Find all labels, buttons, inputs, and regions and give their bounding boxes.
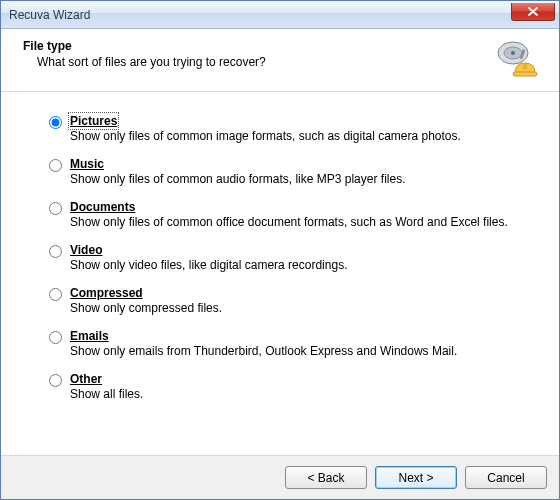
option-label: Music [70,157,104,171]
wizard-footer: < Back Next > Cancel [1,455,559,499]
option-compressed[interactable]: CompressedShow only compressed files. [49,286,529,315]
wizard-window: Recuva Wizard File type What sort of fil… [0,0,560,500]
radio-emails[interactable] [49,331,62,344]
option-pictures[interactable]: PicturesShow only files of common image … [49,114,529,143]
options-panel: PicturesShow only files of common image … [1,92,559,455]
option-desc: Show only files of common office documen… [70,215,508,229]
next-button[interactable]: Next > [375,466,457,489]
back-button[interactable]: < Back [285,466,367,489]
radio-pictures[interactable] [49,116,62,129]
page-subtitle: What sort of files are you trying to rec… [23,55,266,69]
radio-other[interactable] [49,374,62,387]
close-icon [528,7,538,16]
option-desc: Show all files. [70,387,143,401]
close-button[interactable] [511,3,555,21]
option-label: Other [70,372,102,386]
option-label: Documents [70,200,135,214]
option-desc: Show only emails from Thunderbird, Outlo… [70,344,457,358]
wizard-header: File type What sort of files are you try… [1,29,559,92]
option-desc: Show only files of common audio formats,… [70,172,405,186]
option-label: Emails [70,329,109,343]
radio-video[interactable] [49,245,62,258]
option-label: Pictures [70,114,117,128]
option-music[interactable]: MusicShow only files of common audio for… [49,157,529,186]
option-video[interactable]: VideoShow only video files, like digital… [49,243,529,272]
option-desc: Show only video files, like digital came… [70,258,347,272]
radio-documents[interactable] [49,202,62,215]
header-text: File type What sort of files are you try… [23,39,266,69]
option-documents[interactable]: DocumentsShow only files of common offic… [49,200,529,229]
option-other[interactable]: OtherShow all files. [49,372,529,401]
svg-point-2 [511,51,515,55]
radio-compressed[interactable] [49,288,62,301]
option-label: Video [70,243,102,257]
window-title: Recuva Wizard [9,8,90,22]
cancel-button[interactable]: Cancel [465,466,547,489]
page-title: File type [23,39,266,53]
titlebar: Recuva Wizard [1,1,559,29]
radio-music[interactable] [49,159,62,172]
option-desc: Show only compressed files. [70,301,222,315]
option-emails[interactable]: EmailsShow only emails from Thunderbird,… [49,329,529,358]
svg-rect-4 [513,72,537,76]
harddrive-hardhat-icon [495,39,539,79]
option-label: Compressed [70,286,143,300]
option-desc: Show only files of common image formats,… [70,129,461,143]
